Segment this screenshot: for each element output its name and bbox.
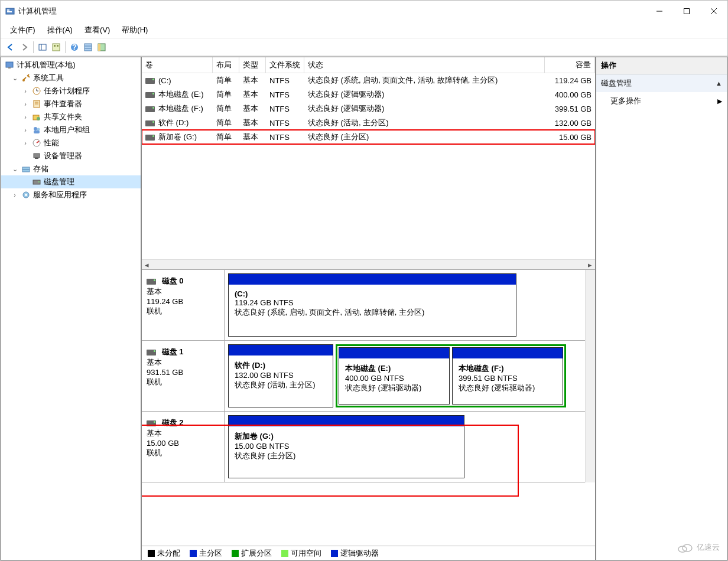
col-status[interactable]: 状态 [304,57,545,73]
tree-shared-folders[interactable]: › 共享文件夹 [1,110,141,123]
col-layout[interactable]: 布局 [213,57,239,73]
device-icon [32,151,41,161]
svg-point-42 [25,194,27,196]
svg-point-44 [682,544,692,552]
volume-row[interactable]: (C:)简单基本NTFS状态良好 (系统, 启动, 页面文件, 活动, 故障转储… [142,73,595,87]
toolbar: ? [1,38,727,56]
tree-event-viewer[interactable]: › 事件查看器 [1,97,141,110]
tree-performance[interactable]: › 性能 [1,136,141,149]
app-icon [5,6,15,16]
volume-row[interactable]: 软件 (D:)简单基本NTFS状态良好 (活动, 主分区)132.00 GB [142,116,595,130]
tree-storage[interactable]: ⌄ 存储 [1,162,141,175]
volume-row[interactable]: 新加卷 (G:)简单基本NTFS状态良好 (主分区)15.00 GB [142,130,595,144]
extended-partition-group: 本地磁盘 (E:)400.00 GB NTFS状态良好 (逻辑驱动器)本地磁盘 … [336,344,566,407]
collapse-icon[interactable]: ⌄ [11,165,19,173]
legend-extended: 扩展分区 [232,548,272,559]
actions-category-label: 磁盘管理 [601,78,632,89]
minimize-button[interactable] [646,2,673,20]
svg-line-34 [37,141,39,143]
actions-more[interactable]: 更多操作 ▶ [596,92,727,110]
titlebar: 计算机管理 [1,1,727,22]
col-filesystem[interactable]: 文件系统 [266,57,304,73]
col-type[interactable]: 类型 [239,57,266,73]
expand-icon[interactable]: › [21,126,30,133]
expand-icon[interactable]: › [21,87,30,94]
tree-disk-management[interactable]: 磁盘管理 [1,175,141,188]
partition-box[interactable]: 本地磁盘 (F:)399.51 GB NTFS状态良好 (逻辑驱动器) [452,347,563,405]
shared-folders-icon [32,112,41,122]
volume-list: 卷 布局 类型 文件系统 状态 容量 (C:)简单基本NTFS状态良好 (系统,… [142,57,595,270]
svg-rect-1 [7,9,9,11]
list-view-button[interactable] [82,41,95,54]
actions-disk-management[interactable]: 磁盘管理 ▲ [596,74,727,92]
horizontal-scrollbar[interactable]: ◂ ▸ [142,259,595,269]
menu-action[interactable]: 操作(A) [41,23,79,37]
tree-device-manager[interactable]: 设备管理器 [1,149,141,162]
partition-box[interactable]: 新加卷 (G:)15.00 GB NTFS状态良好 (主分区) [228,415,464,478]
tree-label: 性能 [44,138,59,148]
chevron-right-icon: ▶ [717,97,722,105]
drive-icon [145,92,155,98]
disk-label[interactable]: 磁盘 2基本15.00 GB联机 [142,412,225,482]
menu-view[interactable]: 查看(V) [79,23,116,37]
disk-graphics: 磁盘 0基本119.24 GB联机(C:)119.24 GB NTFS状态良好 … [142,270,595,546]
tree-root[interactable]: 计算机管理(本地) [1,58,141,71]
collapse-icon[interactable]: ⌄ [11,74,19,82]
window-controls [646,2,727,20]
scroll-right-icon[interactable]: ▸ [585,260,595,270]
tree-system-tools[interactable]: ⌄ 系统工具 [1,71,141,84]
refresh-button[interactable] [50,41,63,54]
svg-rect-14 [84,44,92,51]
legend-primary: 主分区 [190,548,222,559]
forward-button[interactable] [18,41,31,54]
maximize-button[interactable] [673,2,700,20]
legend-logical: 逻辑驱动器 [331,548,379,559]
tree-label: 服务和应用程序 [33,190,87,200]
svg-rect-20 [8,67,11,69]
col-capacity[interactable]: 容量 [545,57,595,73]
menu-help[interactable]: 帮助(H) [116,23,154,37]
close-button[interactable] [700,2,727,20]
svg-point-29 [37,117,40,120]
drive-icon [145,135,155,141]
disk-row: 磁盘 2基本15.00 GB联机新加卷 (G:)15.00 GB NTFS状态良… [142,412,585,482]
graphical-view-button[interactable] [95,41,108,54]
watermark: 亿速云 [677,542,720,553]
tree-task-scheduler[interactable]: › 任务计划程序 [1,84,141,97]
tree-services-apps[interactable]: › 服务和应用程序 [1,188,141,201]
partition-header [229,345,333,355]
menu-file[interactable]: 文件(F) [4,23,41,37]
back-button[interactable] [4,41,17,54]
disk-icon [147,420,156,426]
show-hide-button[interactable] [36,41,49,54]
event-icon [32,99,41,109]
clock-icon [32,86,41,96]
legend: 未分配 主分区 扩展分区 可用空间 逻辑驱动器 [142,546,595,560]
disk-label[interactable]: 磁盘 1基本931.51 GB联机 [142,341,225,411]
expand-icon[interactable]: › [21,139,30,146]
volume-row[interactable]: 本地磁盘 (E:)简单基本NTFS状态良好 (逻辑驱动器)400.00 GB [142,87,595,102]
scroll-left-icon[interactable]: ◂ [142,260,152,270]
expand-icon[interactable]: › [21,113,30,120]
svg-point-21 [22,79,25,81]
volume-list-body[interactable]: (C:)简单基本NTFS状态良好 (系统, 启动, 页面文件, 活动, 故障转储… [142,73,595,259]
tree-label: 事件查看器 [44,99,82,109]
help-button[interactable]: ? [68,41,81,54]
expand-icon[interactable]: › [11,191,19,198]
cloud-icon [677,542,693,553]
svg-point-30 [34,127,37,131]
partition-box[interactable]: 软件 (D:)132.00 GB NTFS状态良好 (活动, 主分区) [228,344,333,407]
col-volume[interactable]: 卷 [142,57,213,73]
partition-box[interactable]: (C:)119.24 GB NTFS状态良好 (系统, 启动, 页面文件, 活动… [228,273,516,337]
window-title: 计算机管理 [18,6,57,17]
svg-rect-19 [6,62,13,67]
expand-icon[interactable]: › [21,100,30,107]
partition-box[interactable]: 本地磁盘 (E:)400.00 GB NTFS状态良好 (逻辑驱动器) [339,347,450,405]
volume-row[interactable]: 本地磁盘 (F:)简单基本NTFS状态良好 (逻辑驱动器)399.51 GB [142,102,595,116]
navigation-tree[interactable]: 计算机管理(本地) ⌄ 系统工具 › 任务计划程序 › 事件查看器 › 共享文件… [1,57,141,560]
disk-label[interactable]: 磁盘 0基本119.24 GB联机 [142,270,225,340]
vertical-scrollbar[interactable] [585,270,595,482]
tree-local-users[interactable]: › 本地用户和组 [1,123,141,136]
tree-label: 系统工具 [33,73,64,83]
svg-text:?: ? [72,43,77,51]
